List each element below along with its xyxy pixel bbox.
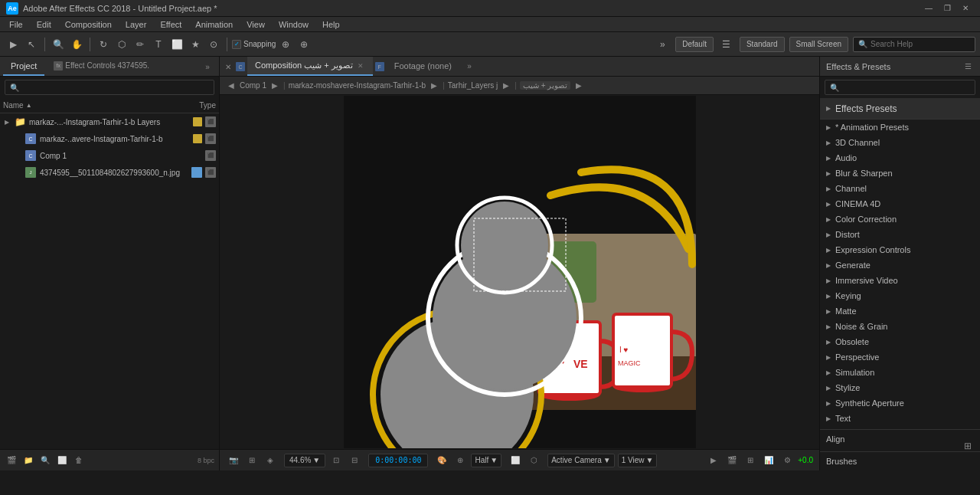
effect-group-animation-header[interactable]: ▶ * Animation Presets bbox=[820, 120, 980, 135]
restore-button[interactable]: ❐ bbox=[939, 0, 956, 17]
effect-group-matte-header[interactable]: ▶ Matte bbox=[820, 303, 980, 319]
tab-project[interactable]: Project bbox=[3, 57, 44, 76]
menu-item-view[interactable]: View bbox=[240, 18, 271, 31]
trash-button[interactable]: 🗑 bbox=[72, 454, 86, 467]
toolbar-expand[interactable]: » bbox=[654, 36, 671, 53]
render-button[interactable]: ▶ bbox=[706, 453, 721, 468]
panel-tabs-more[interactable]: » bbox=[199, 57, 216, 77]
column-type[interactable]: Type bbox=[178, 101, 216, 110]
project-item[interactable]: ▶ 📁 markaz-...-Instagram-Tarhir-1-b Laye… bbox=[0, 113, 219, 130]
align-icon[interactable]: ⊞ bbox=[962, 440, 974, 452]
effect-group-presets[interactable]: ▶ Effects Presets bbox=[820, 98, 980, 120]
effects-search-box[interactable]: 🔍 bbox=[825, 80, 975, 95]
effect-group-3dchannel-header[interactable]: ▶ 3D Channel bbox=[820, 135, 980, 150]
effect-group-audio-header[interactable]: ▶ Audio bbox=[820, 150, 980, 166]
tool-clone[interactable]: ⊙ bbox=[205, 36, 222, 53]
color-wheel[interactable]: ⊕ bbox=[452, 453, 468, 468]
tool-select[interactable]: ▶ bbox=[5, 36, 21, 53]
effect-group-obsolete-header[interactable]: ▶ Obsolete bbox=[820, 334, 980, 349]
effect-group-immersive-header[interactable]: ▶ Immersive Video bbox=[820, 273, 980, 288]
breadcrumb-nav3[interactable]: ▶ bbox=[501, 80, 511, 91]
tool-brush[interactable]: ★ bbox=[187, 36, 204, 53]
settings-button[interactable]: ⬜ bbox=[55, 454, 69, 467]
grid-button[interactable]: ⊞ bbox=[244, 453, 260, 468]
project-search-input[interactable] bbox=[22, 84, 209, 92]
snapping-toggle[interactable]: ✓ Snapping bbox=[232, 40, 276, 49]
tool-zoom[interactable]: 🔍 bbox=[50, 36, 67, 53]
menu-item-animation[interactable]: Animation bbox=[189, 18, 239, 31]
region-button[interactable]: ⬜ bbox=[508, 453, 523, 468]
tool-arrow[interactable]: ↖ bbox=[23, 36, 40, 53]
breadcrumb-nav2[interactable]: ▶ bbox=[429, 80, 439, 91]
tool-shape[interactable]: ⬜ bbox=[168, 36, 185, 53]
tool-rotate[interactable]: ↻ bbox=[95, 36, 112, 53]
project-item[interactable]: C markaz-..avere-Instagram-Tarhir-1-b ⬛ bbox=[0, 130, 219, 147]
view3d-button[interactable]: ⊞ bbox=[743, 453, 758, 468]
effect-group-text-header[interactable]: ▶ Text bbox=[820, 411, 980, 426]
tab-footage[interactable]: Footage (none) bbox=[387, 57, 459, 76]
viewer-tabs-more[interactable]: » bbox=[461, 57, 478, 76]
column-name[interactable]: Name ▲ bbox=[3, 101, 178, 110]
menu-item-effect[interactable]: Effect bbox=[154, 18, 188, 31]
new-item-button[interactable]: 🎬 bbox=[5, 454, 18, 467]
close-button[interactable]: ✕ bbox=[957, 0, 974, 17]
effect-group-perspective-header[interactable]: ▶ Perspective bbox=[820, 349, 980, 365]
effect-group-stylize-header[interactable]: ▶ Stylize bbox=[820, 380, 980, 395]
effect-group-blur-header[interactable]: ▶ Blur & Sharpen bbox=[820, 166, 980, 181]
effect-group-keying-header[interactable]: ▶ Keying bbox=[820, 288, 980, 303]
tab-effect-controls[interactable]: fx Effect Controls 4374595. bbox=[46, 57, 157, 76]
quality-selector[interactable]: Half ▼ bbox=[471, 454, 501, 467]
close-tab-x[interactable]: ✕ bbox=[223, 57, 234, 77]
camera-button[interactable]: 🎬 bbox=[724, 453, 740, 468]
tool-extra2[interactable]: ⊕ bbox=[296, 36, 312, 53]
settings2-button[interactable]: ⚙ bbox=[779, 453, 795, 468]
view-selector[interactable]: 1 View ▼ bbox=[618, 454, 658, 467]
search-help-box[interactable]: 🔍 bbox=[853, 37, 975, 52]
effect-group-distort-header[interactable]: ▶ Distort bbox=[820, 227, 980, 242]
fit-button[interactable]: ⊡ bbox=[328, 453, 344, 468]
tool-rect[interactable]: ⬡ bbox=[113, 36, 130, 53]
project-item[interactable]: J 4374595__5011084802627993600_n.jpg ⬛ bbox=[0, 164, 219, 181]
menu-item-edit[interactable]: Edit bbox=[31, 18, 57, 31]
camera-selector[interactable]: Active Camera ▼ bbox=[547, 454, 614, 467]
tool-extra1[interactable]: ⊕ bbox=[277, 36, 294, 53]
color-picker[interactable]: 🎨 bbox=[434, 453, 449, 468]
minimize-button[interactable]: — bbox=[920, 0, 937, 17]
chart-button[interactable]: 📊 bbox=[761, 453, 776, 468]
effect-group-cinema4d-header[interactable]: ▶ CINEMA 4D bbox=[820, 196, 980, 211]
effect-group-channel-header[interactable]: ▶ Channel bbox=[820, 181, 980, 196]
breadcrumb-item4[interactable]: تصویر + شیب bbox=[520, 81, 570, 90]
tool-pen[interactable]: ✏ bbox=[132, 36, 149, 53]
tool-text[interactable]: T bbox=[150, 36, 167, 53]
search-button[interactable]: 🔍 bbox=[38, 454, 52, 467]
project-search-box[interactable]: 🔍 bbox=[5, 80, 214, 95]
breadcrumb-nav1[interactable]: ▶ bbox=[270, 80, 280, 91]
effect-group-generate-header[interactable]: ▶ Generate bbox=[820, 257, 980, 273]
workspace-menu-icon[interactable]: ☰ bbox=[718, 36, 735, 53]
menu-item-help[interactable]: Help bbox=[316, 18, 346, 31]
workspace-standard[interactable]: Standard bbox=[740, 37, 785, 52]
transparency-button[interactable]: ⬡ bbox=[526, 453, 541, 468]
tool-hand[interactable]: ✋ bbox=[68, 36, 85, 53]
menu-item-window[interactable]: Window bbox=[273, 18, 315, 31]
safe-zones[interactable]: ⊟ bbox=[347, 453, 362, 468]
workspace-default[interactable]: Default bbox=[675, 37, 714, 52]
menu-item-layer[interactable]: Layer bbox=[119, 18, 153, 31]
search-help-input[interactable] bbox=[871, 40, 962, 48]
item-toggle[interactable]: ▶ bbox=[3, 118, 11, 126]
effect-group-colorcorrection-header[interactable]: ▶ Color Correction bbox=[820, 211, 980, 227]
time-display[interactable]: 0:00:00:00 bbox=[368, 454, 428, 467]
menu-item-composition[interactable]: Composition bbox=[59, 18, 118, 31]
zoom-selector[interactable]: 44.6% ▼ bbox=[284, 454, 325, 467]
breadcrumb-item2[interactable]: markaz-moshavere-Instagram-Tarhir-1-b bbox=[289, 81, 426, 90]
breadcrumb-back[interactable]: ◀ bbox=[226, 80, 237, 91]
menu-item-file[interactable]: File bbox=[3, 18, 29, 31]
panel-menu-icon[interactable]: ☰ bbox=[962, 61, 974, 73]
effect-group-expression-header[interactable]: ▶ Expression Controls bbox=[820, 242, 980, 257]
breadcrumb-comp1[interactable]: Comp 1 bbox=[240, 81, 266, 90]
snapshot-button[interactable]: 📷 bbox=[226, 453, 241, 468]
effect-group-noise-header[interactable]: ▶ Noise & Grain bbox=[820, 319, 980, 334]
breadcrumb-item3[interactable]: Tarhir_Layers j bbox=[448, 81, 498, 90]
effects-search-input[interactable] bbox=[842, 84, 970, 92]
project-item[interactable]: C Comp 1 ⬛ bbox=[0, 147, 219, 164]
